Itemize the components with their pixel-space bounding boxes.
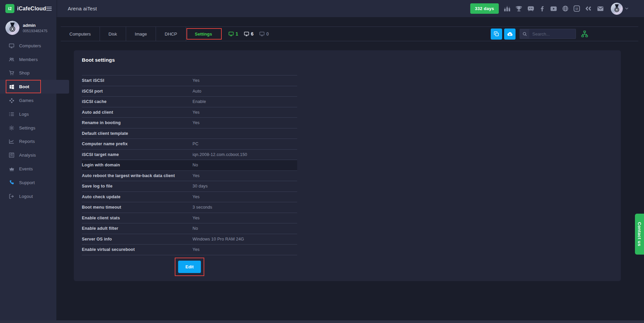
chevron-down-icon <box>625 7 629 10</box>
row-value: Auto <box>193 89 297 94</box>
brand[interactable]: i2 iCafeCloud <box>0 0 57 17</box>
copy-button[interactable] <box>491 29 502 40</box>
globe-icon[interactable] <box>562 5 569 12</box>
table-row: Start iSCSIYes <box>82 75 297 86</box>
sidebar-nav: Computers Members Shop Boot Games Logs S… <box>0 39 56 203</box>
tab-dhcp[interactable]: DHCP <box>156 27 186 41</box>
table-row: Auto reboot the largest write-back data … <box>82 171 297 181</box>
sidebar-item-shop[interactable]: Shop <box>0 66 56 80</box>
table-row: Enable adult filterNo <box>82 223 297 234</box>
tab-image[interactable]: Image <box>126 27 156 41</box>
license-days-badge[interactable]: 332 days <box>470 3 499 14</box>
tab-label: Disk <box>109 32 117 37</box>
crown-icon <box>9 166 14 172</box>
monitors-offline-counter[interactable]: 6 <box>244 31 254 37</box>
cloud-upload-button[interactable] <box>504 29 516 40</box>
sidebar-item-logs[interactable]: Logs <box>0 107 56 121</box>
row-label: Enable client stats <box>82 216 193 220</box>
edit-button[interactable]: Edit <box>178 261 201 273</box>
line-chart-icon <box>9 139 14 144</box>
row-value: No <box>193 226 297 231</box>
facebook-icon[interactable] <box>539 6 545 11</box>
gamepad-icon <box>9 98 14 103</box>
monitor-count: 0 <box>266 31 269 37</box>
sidebar-item-analysis[interactable]: Analysis <box>0 148 56 162</box>
tab-computers[interactable]: Computers <box>61 27 100 41</box>
tab-disk[interactable]: Disk <box>100 27 126 41</box>
row-value: Enable <box>193 99 297 104</box>
row-label: Enable adult filter <box>82 226 193 231</box>
row-label: Computer name prefix <box>82 142 193 146</box>
topbar: i2 iCafeCloud Arena aiTest 332 days i2 <box>0 0 644 17</box>
row-value: PC <box>193 142 297 146</box>
row-label: Server OS info <box>82 237 193 241</box>
table-row: iSCSI cacheEnable <box>82 97 297 107</box>
sidebar-item-label: Analysis <box>19 153 36 158</box>
tab-settings[interactable]: Settings <box>186 27 221 41</box>
monitors-other-counter[interactable]: 0 <box>259 31 269 37</box>
avatar <box>5 21 19 35</box>
discord-icon[interactable] <box>527 6 534 11</box>
table-row: Rename in bootingYes <box>82 118 297 128</box>
cart-icon <box>9 70 14 76</box>
phone-icon <box>9 180 14 185</box>
row-value: Yes <box>193 173 297 178</box>
row-label: Auto reboot the largest write-back data … <box>82 173 193 178</box>
row-label: Enable virtual secureboot <box>82 247 193 252</box>
logout-icon <box>9 194 14 199</box>
row-label: Save log to file <box>82 184 193 189</box>
table-row: Boot menu timeout3 seconds <box>82 202 297 213</box>
avatar <box>611 3 623 15</box>
sidebar-item-support[interactable]: Support <box>0 176 56 190</box>
horizontal-scrollbar[interactable] <box>0 320 644 323</box>
contact-us-tab[interactable]: Contact us <box>635 214 644 255</box>
sidebar: admin 005193482475 Computers Members Sho… <box>0 17 56 323</box>
gear-icon <box>9 125 14 131</box>
table-row: Auto add clientYes <box>82 107 297 118</box>
youtube-icon[interactable] <box>550 6 557 11</box>
sidebar-item-boot[interactable]: Boot <box>0 80 56 94</box>
row-label: Rename in booting <box>82 120 193 125</box>
annotation-box-boot <box>6 80 41 93</box>
users-icon <box>9 57 14 62</box>
row-label: iSCSI port <box>82 89 193 94</box>
brand-logo-icon: i2 <box>5 4 14 13</box>
boot-settings-table: Start iSCSIYes iSCSI portAuto iSCSI cach… <box>82 75 297 255</box>
user-id: 005193482475 <box>23 29 47 33</box>
table-row: Enable client statsYes <box>82 213 297 224</box>
table-row: Enable virtual securebootYes <box>82 245 297 255</box>
row-value: Windows 10 Pro RAM 24G <box>193 237 297 241</box>
sidebar-item-logout[interactable]: Logout <box>0 190 56 203</box>
trophy-icon[interactable] <box>516 6 522 12</box>
sidebar-item-members[interactable]: Members <box>0 53 56 66</box>
icafecloud-icon[interactable]: i2 <box>574 5 580 12</box>
mail-icon[interactable] <box>597 6 604 11</box>
row-value: Yes <box>193 120 297 125</box>
sidebar-item-label: Events <box>19 166 33 171</box>
sidebar-item-events[interactable]: Events <box>0 162 56 176</box>
cafe-title: Arena aiTest <box>68 6 97 11</box>
swoosh-icon[interactable] <box>585 6 592 11</box>
sidebar-item-settings[interactable]: Settings <box>0 121 56 135</box>
topbar-actions: 332 days i2 <box>470 3 644 15</box>
monitors-online-counter[interactable]: 1 <box>228 31 238 37</box>
sidebar-item-computers[interactable]: Computers <box>0 39 56 53</box>
hamburger-menu-icon[interactable] <box>46 6 52 11</box>
table-row: Server OS infoWindows 10 Pro RAM 24G <box>82 234 297 245</box>
sidebar-item-reports[interactable]: Reports <box>0 135 56 149</box>
search-input[interactable] <box>529 32 576 37</box>
annotation-box-edit: Edit <box>175 258 204 276</box>
tab-label: Computers <box>69 32 91 37</box>
sidebar-item-games[interactable]: Games <box>0 94 56 107</box>
row-value: 30 days <box>193 184 297 189</box>
sidebar-item-label: Logs <box>19 112 29 117</box>
user-menu[interactable] <box>611 3 629 15</box>
ranking-icon[interactable] <box>504 6 511 12</box>
search-box <box>520 29 576 39</box>
monitor-counters: 1 6 0 <box>228 27 269 41</box>
monitor-count: 1 <box>235 31 238 37</box>
tab-label: Settings <box>195 32 212 37</box>
row-label: Auto add client <box>82 110 193 115</box>
network-topology-icon[interactable] <box>581 31 588 37</box>
table-row: Computer name prefixPC <box>82 139 297 150</box>
